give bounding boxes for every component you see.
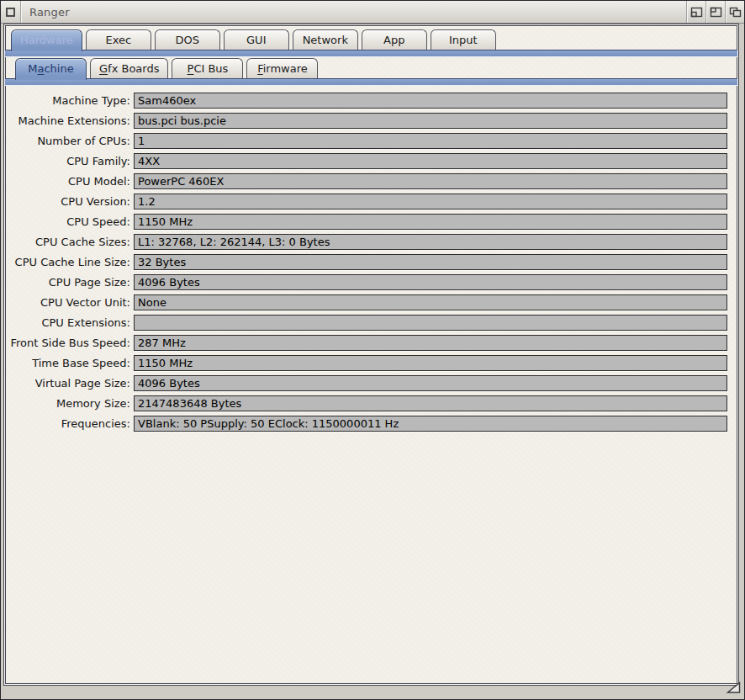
subtab-label: PCI Bus xyxy=(188,62,229,75)
front-side-bus-speed-field[interactable]: 287 MHz xyxy=(134,335,727,351)
subtab-label: Firmware xyxy=(257,62,308,75)
subtab-pci-bus[interactable]: PCI Bus xyxy=(172,58,243,78)
cpu-page-size-field[interactable]: 4096 Bytes xyxy=(134,274,727,290)
field-label: CPU Page Size: xyxy=(5,276,134,289)
form-row: CPU Extensions: xyxy=(5,312,737,332)
close-button[interactable] xyxy=(1,1,21,23)
subtab-label: Machine xyxy=(28,62,73,75)
subtab-gfx-boards[interactable]: Gfx Boards xyxy=(90,58,168,78)
tab-label: Hardware xyxy=(20,34,73,46)
tab-network[interactable]: Network xyxy=(293,29,358,50)
cpu-vector-unit-field[interactable]: None xyxy=(134,294,727,310)
window-title: Ranger xyxy=(29,6,70,19)
field-label: CPU Model: xyxy=(5,175,134,188)
machine-type-field[interactable]: Sam460ex xyxy=(134,93,727,109)
main-panel: Hardware Exec DOS GUI Network App Input … xyxy=(4,24,738,685)
depth-button[interactable] xyxy=(725,1,744,23)
iconify-icon xyxy=(690,7,703,18)
field-label: Machine Extensions: xyxy=(5,114,134,127)
window-gadgets xyxy=(686,1,744,23)
subtab-firmware[interactable]: Firmware xyxy=(246,58,318,78)
virtual-page-size-field[interactable]: 4096 Bytes xyxy=(134,375,727,391)
field-label: Memory Size: xyxy=(5,397,134,410)
machine-info-form: Machine Type:Sam460ex Machine Extensions… xyxy=(5,90,737,433)
close-icon xyxy=(5,7,16,18)
field-label: CPU Extensions: xyxy=(5,316,134,329)
form-row: CPU Version:1.2 xyxy=(5,191,737,211)
resize-icon xyxy=(726,681,742,697)
cpu-cache-line-size-field[interactable]: 32 Bytes xyxy=(134,254,727,270)
cpu-cache-sizes-field[interactable]: L1: 32768, L2: 262144, L3: 0 Bytes xyxy=(134,234,727,250)
form-row: CPU Family:4XX xyxy=(5,151,737,171)
field-label: Front Side Bus Speed: xyxy=(5,337,134,349)
tab-label: App xyxy=(383,34,404,46)
tab-label: GUI xyxy=(246,34,266,46)
field-label: CPU Speed: xyxy=(5,215,134,228)
subtab-machine[interactable]: Machine xyxy=(15,58,87,80)
form-row: Memory Size:2147483648 Bytes xyxy=(5,393,737,413)
cpu-family-field[interactable]: 4XX xyxy=(134,153,727,169)
form-row: Number of CPUs:1 xyxy=(5,130,737,151)
app-window: Ranger xyxy=(0,0,745,700)
field-label: CPU Cache Sizes: xyxy=(5,236,134,248)
form-row: CPU Page Size:4096 Bytes xyxy=(5,272,737,292)
field-label: CPU Version: xyxy=(5,195,134,208)
form-row: Front Side Bus Speed:287 MHz xyxy=(5,332,737,353)
form-row: Machine Extensions:bus.pci bus.pcie xyxy=(5,110,737,130)
field-label: Frequencies: xyxy=(5,417,134,430)
tab-input[interactable]: Input xyxy=(431,29,496,50)
cpu-model-field[interactable]: PowerPC 460EX xyxy=(134,173,727,189)
field-label: CPU Vector Unit: xyxy=(5,296,134,309)
tab-app[interactable]: App xyxy=(362,29,427,50)
page-tabs: Hardware Exec DOS GUI Network App Input xyxy=(5,29,737,50)
form-row: CPU Cache Line Size:32 Bytes xyxy=(5,252,737,272)
tab-gui[interactable]: GUI xyxy=(224,29,289,50)
subtab-band xyxy=(5,78,737,86)
form-row: CPU Vector Unit:None xyxy=(5,292,737,312)
memory-size-field[interactable]: 2147483648 Bytes xyxy=(134,395,727,411)
iconify-button[interactable] xyxy=(686,1,705,23)
field-label: Number of CPUs: xyxy=(5,135,134,147)
time-base-speed-field[interactable]: 1150 MHz xyxy=(134,355,727,371)
zoom-icon xyxy=(710,7,722,18)
cpu-speed-field[interactable]: 1150 MHz xyxy=(134,214,727,230)
depth-icon xyxy=(729,7,742,18)
field-label: Virtual Page Size: xyxy=(5,377,134,390)
window-body: Hardware Exec DOS GUI Network App Input … xyxy=(1,24,744,699)
tab-band xyxy=(5,50,737,57)
hardware-subtabs: Machine Gfx Boards PCI Bus Firmware xyxy=(5,57,737,78)
number-of-cpus-field[interactable]: 1 xyxy=(134,133,727,149)
field-label: CPU Cache Line Size: xyxy=(5,256,134,268)
tab-label: Network xyxy=(303,34,348,46)
subtab-label: Gfx Boards xyxy=(99,62,159,75)
tab-exec[interactable]: Exec xyxy=(86,29,151,50)
form-row: Time Base Speed:1150 MHz xyxy=(5,353,737,373)
tab-label: DOS xyxy=(176,34,200,46)
form-row: CPU Cache Sizes:L1: 32768, L2: 262144, L… xyxy=(5,231,737,252)
form-row: Frequencies:VBlank: 50 PSupply: 50 ECloc… xyxy=(5,413,737,433)
tab-hardware[interactable]: Hardware xyxy=(11,29,82,51)
zoom-button[interactable] xyxy=(705,1,725,23)
field-label: CPU Family: xyxy=(5,155,134,167)
form-row: CPU Model:PowerPC 460EX xyxy=(5,171,737,191)
tab-dos[interactable]: DOS xyxy=(155,29,220,50)
titlebar: Ranger xyxy=(1,1,744,24)
field-label: Machine Type: xyxy=(5,94,134,107)
tab-label: Exec xyxy=(105,34,131,46)
machine-extensions-field[interactable]: bus.pci bus.pcie xyxy=(134,113,727,129)
cpu-version-field[interactable]: 1.2 xyxy=(134,194,727,209)
form-row: Virtual Page Size:4096 Bytes xyxy=(5,373,737,393)
form-row: CPU Speed:1150 MHz xyxy=(5,211,737,231)
frequencies-field[interactable]: VBlank: 50 PSupply: 50 EClock: 115000001… xyxy=(134,416,727,432)
cpu-extensions-field[interactable] xyxy=(134,315,727,331)
form-row: Machine Type:Sam460ex xyxy=(5,90,737,110)
field-label: Time Base Speed: xyxy=(5,357,134,369)
tab-label: Input xyxy=(449,34,478,46)
resize-handle[interactable] xyxy=(726,681,742,697)
